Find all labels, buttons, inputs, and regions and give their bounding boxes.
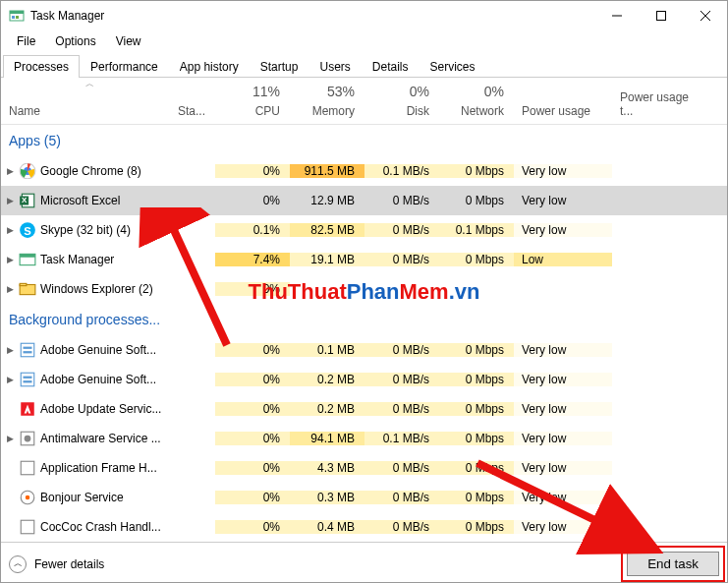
disk-value: 0 MB/s [364, 194, 439, 207]
table-row[interactable]: ▶ Application Frame H... 0% 4.3 MB 0 MB/… [1, 453, 727, 483]
tab-processes[interactable]: Processes [3, 55, 80, 78]
mem-value: 911.5 MB [290, 164, 364, 178]
process-name: Windows Explorer (2) [40, 282, 153, 296]
net-pct: 0% [439, 84, 504, 99]
mem-pct: 53% [290, 84, 355, 99]
service-icon [19, 519, 36, 535]
minimize-button[interactable] [594, 1, 639, 30]
disk-value: 0 MB/s [364, 253, 439, 266]
mem-value: 12.9 MB [290, 194, 364, 207]
excel-icon: X [19, 193, 36, 208]
expand-icon[interactable]: ▶ [1, 434, 19, 443]
net-value: 0 Mbps [439, 373, 514, 386]
cpu-value: 0% [215, 491, 290, 504]
chrome-icon [19, 163, 36, 179]
svg-rect-22 [21, 373, 34, 386]
mem-value: 82.5 MB [290, 223, 364, 237]
app-icon [9, 8, 25, 24]
tab-services[interactable]: Services [420, 55, 486, 78]
table-row[interactable]: ▶ Windows Explorer (2) 0% [1, 274, 727, 304]
menu-file[interactable]: File [7, 32, 45, 50]
svg-rect-5 [656, 12, 665, 21]
power-value: Very low [514, 491, 612, 504]
mem-value: 19.1 MB [290, 253, 364, 266]
expand-icon[interactable]: ▶ [1, 345, 19, 355]
tab-startup[interactable]: Startup [250, 55, 309, 78]
table-row[interactable]: ▶ S Skype (32 bit) (4) 0.1% 82.5 MB 0 MB… [1, 215, 727, 245]
col-name-header[interactable]: ︿ Name [1, 78, 178, 124]
col-disk-header[interactable]: 0% Disk [364, 78, 439, 124]
svg-rect-19 [21, 343, 34, 357]
power-value: Very low [514, 164, 612, 178]
group-apps: Apps (5) [1, 125, 727, 156]
svg-point-27 [25, 436, 31, 442]
maximize-button[interactable] [639, 1, 683, 30]
cpu-value: 0% [215, 432, 290, 445]
group-background: Background processes... [1, 304, 727, 335]
end-task-button[interactable]: End task [627, 552, 719, 576]
adobe-icon [19, 401, 36, 417]
expand-icon[interactable]: ▶ [1, 225, 19, 235]
tab-performance[interactable]: Performance [80, 55, 169, 78]
col-status-header[interactable]: Sta... [178, 78, 215, 124]
svg-point-30 [26, 496, 30, 500]
window-title: Task Manager [30, 9, 594, 23]
expand-icon[interactable]: ▶ [1, 196, 19, 205]
close-button[interactable] [683, 1, 727, 30]
process-name: Antimalware Service ... [40, 432, 161, 445]
table-row[interactable]: ▶ Task Manager 7.4% 19.1 MB 0 MB/s 0 Mbp… [1, 245, 727, 274]
taskmgr-icon [19, 252, 36, 267]
svg-rect-3 [16, 16, 19, 19]
table-row[interactable]: ▶ CocCoc Crash Handl... 0% 0.4 MB 0 MB/s… [1, 512, 727, 542]
title-bar: Task Manager [1, 1, 727, 30]
expand-icon[interactable]: ▶ [1, 166, 19, 176]
power-value: Low [514, 253, 612, 266]
cpu-label: CPU [215, 104, 280, 118]
net-label: Network [439, 104, 504, 118]
table-row[interactable]: ▶ Antimalware Service ... 0% 94.1 MB 0.1… [1, 424, 727, 453]
table-row[interactable]: ▶ Bonjour Service 0% 0.3 MB 0 MB/s 0 Mbp… [1, 483, 727, 512]
menu-view[interactable]: View [106, 32, 151, 50]
col-power-header[interactable]: Power usage [514, 78, 612, 124]
power-value: Very low [514, 194, 612, 207]
disk-value: 0 MB/s [364, 343, 439, 357]
col-cpu-header[interactable]: 11% CPU [215, 78, 290, 124]
expand-icon[interactable]: ▶ [1, 255, 19, 264]
menu-options[interactable]: Options [45, 32, 105, 50]
mem-value: 0.2 MB [290, 402, 364, 416]
tab-app-history[interactable]: App history [169, 55, 250, 78]
mem-value: 0.2 MB [290, 373, 364, 386]
net-value: 0 Mbps [439, 402, 514, 416]
process-list[interactable]: Apps (5) ▶ Google Chrome (8) 0% 911.5 MB… [1, 125, 727, 542]
cpu-value: 7.4% [215, 253, 290, 266]
svg-rect-23 [24, 377, 32, 379]
footer: ︿ Fewer details End task [1, 542, 727, 583]
process-name: Adobe Update Servic... [40, 402, 161, 416]
disk-value: 0.1 MB/s [364, 164, 439, 178]
net-value: 0 Mbps [439, 491, 514, 504]
mem-value: 4.3 MB [290, 461, 364, 475]
disk-value: 0 MB/s [364, 461, 439, 475]
col-network-header[interactable]: 0% Network [439, 78, 514, 124]
tab-users[interactable]: Users [308, 55, 361, 78]
table-row-selected[interactable]: ▶ X Microsoft Excel 0% 12.9 MB 0 MB/s 0 … [1, 186, 727, 215]
expand-icon[interactable]: ▶ [1, 375, 19, 384]
power-value: Very low [514, 402, 612, 416]
process-name: Google Chrome (8) [40, 164, 141, 178]
mem-value: 0.1 MB [290, 343, 364, 357]
table-row[interactable]: ▶ Google Chrome (8) 0% 911.5 MB 0.1 MB/s… [1, 156, 727, 186]
net-value: 0 Mbps [439, 194, 514, 207]
net-value: 0.1 Mbps [439, 223, 514, 237]
table-row[interactable]: ▶ Adobe Genuine Soft... 0% 0.1 MB 0 MB/s… [1, 335, 727, 365]
table-row[interactable]: ▶ Adobe Update Servic... 0% 0.2 MB 0 MB/… [1, 394, 727, 424]
col-power-trend-header[interactable]: Power usage t... [612, 78, 701, 124]
table-row[interactable]: ▶ Adobe Genuine Soft... 0% 0.2 MB 0 MB/s… [1, 365, 727, 394]
cpu-value: 0% [215, 461, 290, 475]
process-name: Bonjour Service [40, 491, 124, 504]
col-memory-header[interactable]: 53% Memory [290, 78, 364, 124]
expand-icon[interactable]: ▶ [1, 284, 19, 294]
cpu-value: 0% [215, 373, 290, 386]
fewer-details-button[interactable]: ︿ Fewer details [9, 555, 104, 573]
disk-label: Disk [364, 104, 429, 118]
tab-details[interactable]: Details [362, 55, 420, 78]
